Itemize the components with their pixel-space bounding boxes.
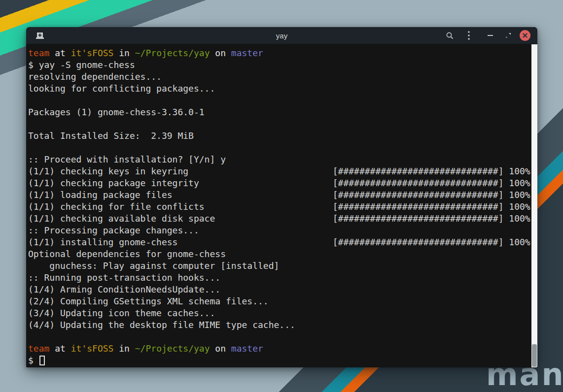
prompt-segment-user: team <box>28 48 49 58</box>
terminal-line: Optional dependencies for gnome-chess <box>28 248 530 260</box>
prompt-segment-host: it'sFOSS <box>71 48 114 58</box>
terminal-line <box>28 95 530 106</box>
prompt-segment-host: it'sFOSS <box>71 343 114 354</box>
desktop-wallpaper: man yay <box>0 0 563 392</box>
minimize-icon <box>488 34 493 36</box>
prompt-segment-fg: in <box>113 48 135 58</box>
prompt-segment-path: ~/Projects/yay <box>135 343 210 354</box>
terminal-line <box>28 142 530 154</box>
kebab-menu-icon <box>467 31 470 40</box>
menu-button[interactable] <box>463 30 475 41</box>
terminal-output: team at it'sFOSS in ~/Projects/yay on ma… <box>28 47 530 366</box>
terminal-line: (2/4) Compiling GSettings XML schema fil… <box>28 295 530 307</box>
prompt-segment-branch: master <box>231 48 263 58</box>
prompt-segment-user: team <box>28 343 49 354</box>
search-button[interactable] <box>444 30 456 41</box>
prompt-segment-branch: master <box>231 343 263 354</box>
terminal-window: yay <box>26 27 537 367</box>
terminal-line: :: Running post-transaction hooks... <box>28 272 530 284</box>
terminal-line: (1/4) Arming ConditionNeedsUpdate... <box>28 284 530 295</box>
titlebar[interactable]: yay <box>26 27 537 44</box>
terminal-line: (1/1) checking for file conflicts [#####… <box>28 201 530 213</box>
scrollbar-thumb[interactable] <box>532 344 537 367</box>
terminal-line: (1/1) checking keys in keyring [########… <box>28 165 530 177</box>
close-icon <box>522 33 528 38</box>
terminal-line: gnuchess: Play against computer [install… <box>28 260 530 272</box>
terminal-line: (1/1) installing gnome-chess [##########… <box>28 236 530 248</box>
terminal-line: :: Proceed with installation? [Y/n] y <box>28 154 530 165</box>
terminal-line: (3/4) Updating icon theme caches... <box>28 307 530 319</box>
minimize-button[interactable] <box>485 30 496 41</box>
terminal-line: (4/4) Updating the desktop file MIME typ… <box>28 319 530 331</box>
prompt-segment-fg: on <box>210 343 231 354</box>
close-button[interactable] <box>520 30 530 41</box>
terminal-line: :: Processing package changes... <box>28 225 530 236</box>
scrollbar-track[interactable] <box>531 44 537 367</box>
terminal-line <box>28 331 530 343</box>
terminal-line: Packages (1) gnome-chess-3.36.0-1 <box>28 106 530 118</box>
terminal-line: looking for conflicting packages... <box>28 83 530 95</box>
terminal-line: $ <box>28 355 530 366</box>
terminal-line: (1/1) loading package files [###########… <box>28 189 530 201</box>
terminal-line: $ yay -S gnome-chess <box>28 59 530 71</box>
terminal-line <box>28 118 530 130</box>
restore-icon <box>505 32 512 39</box>
terminal-line: team at it'sFOSS in ~/Projects/yay on ma… <box>28 47 530 59</box>
prompt-segment-fg: in <box>113 343 135 354</box>
new-tab-icon <box>35 32 44 39</box>
prompt-segment-path: ~/Projects/yay <box>135 48 210 58</box>
titlebar-controls <box>444 30 530 41</box>
terminal-line: resolving dependencies... <box>28 71 530 83</box>
terminal-body[interactable]: team at it'sFOSS in ~/Projects/yay on ma… <box>26 44 537 367</box>
terminal-line: Total Installed Size: 2.39 MiB <box>28 130 530 142</box>
terminal-line: team at it'sFOSS in ~/Projects/yay on ma… <box>28 343 530 355</box>
terminal-line: (1/1) checking available disk space [###… <box>28 213 530 225</box>
terminal-cursor <box>39 356 45 365</box>
terminal-line: (1/1) checking package integrity [######… <box>28 177 530 189</box>
new-tab-button[interactable] <box>35 30 45 41</box>
prompt-segment-fg: at <box>49 48 70 58</box>
prompt-segment-fg: at <box>49 343 70 354</box>
prompt-segment-fg: on <box>210 48 231 58</box>
shell-prompt-char: $ <box>28 355 39 365</box>
restore-button[interactable] <box>502 30 514 41</box>
search-icon <box>446 32 454 40</box>
